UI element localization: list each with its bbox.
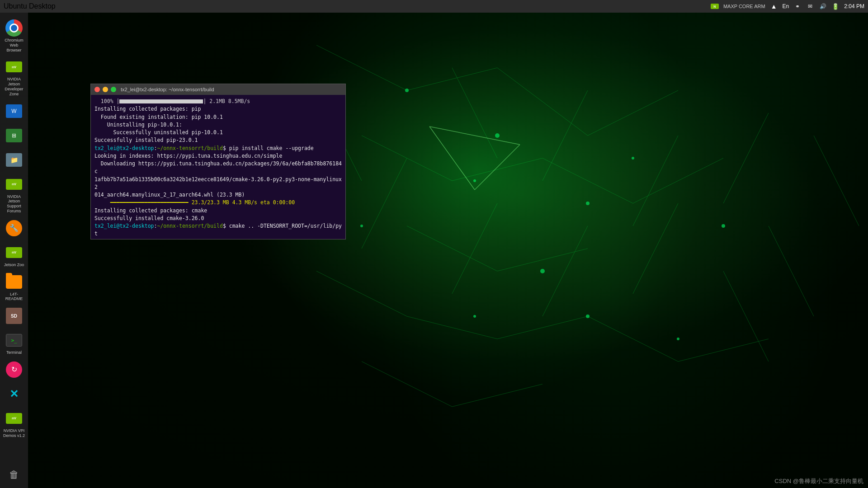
- svg-line-24: [633, 203, 678, 294]
- window-close-button[interactable]: [94, 87, 100, 92]
- svg-line-41: [475, 145, 520, 190]
- sidebar-label-l4t: L4T-README: [2, 292, 26, 302]
- sidebar-item-spreadsheet[interactable]: ⊞: [1, 125, 27, 147]
- l4t-icon: [5, 273, 23, 291]
- sidebar-item-writer[interactable]: W: [1, 100, 27, 123]
- sidebar-item-sd[interactable]: SD: [1, 305, 27, 328]
- background-neural: [0, 0, 868, 488]
- window-maximize-button[interactable]: [111, 87, 116, 92]
- svg-line-21: [362, 158, 407, 249]
- svg-line-10: [316, 271, 407, 316]
- sidebar-item-nvidia-support[interactable]: nV NVIDIA Jetson Support Forums: [1, 174, 27, 216]
- jetson-zoo-icon: nV: [5, 244, 23, 262]
- sidebar-label-nvidia-dev: NVIDIA Jetson Developer Zone: [2, 77, 26, 96]
- terminal-line-9: 014_aarch64.manylinux_2_17_aarch64.whl (…: [94, 191, 342, 199]
- svg-line-6: [542, 158, 633, 203]
- window-minimize-button[interactable]: [103, 87, 108, 92]
- terminal-line-6: Looking in indexes: https://pypi.tuna.ts…: [94, 152, 342, 160]
- clock: 2:04 PM: [844, 3, 864, 9]
- terminal-sidebar-icon: >_: [5, 331, 23, 349]
- sidebar-item-terminal[interactable]: >_ Terminal: [1, 329, 27, 357]
- svg-line-14: [678, 339, 769, 361]
- svg-point-29: [495, 133, 500, 138]
- topbar-left: Ubuntu Desktop: [4, 2, 56, 10]
- svg-line-11: [407, 316, 497, 339]
- trash-icon: 🗑: [7, 467, 21, 483]
- terminal-prompt-1: tx2_lei@tx2-desktop:~/onnx-tensorrt/buil…: [94, 145, 342, 152]
- svg-line-2: [497, 68, 588, 136]
- topbar-title: Ubuntu Desktop: [4, 2, 56, 10]
- terminal-title: tx2_lei@tx2-desktop: ~/onnx-tensorrt/bui…: [121, 87, 214, 92]
- svg-line-42: [429, 127, 475, 190]
- wifi-icon[interactable]: ▲: [770, 2, 778, 10]
- svg-line-20: [633, 136, 678, 226]
- svg-line-16: [452, 384, 542, 407]
- sd-icon: SD: [5, 307, 23, 325]
- svg-line-7: [633, 158, 723, 203]
- sidebar-item-tools[interactable]: 🔧: [1, 217, 27, 240]
- svg-line-9: [497, 249, 588, 271]
- desktop: Ubuntu Desktop N MAXP CORE ARM ▲ En ⚭ ✉ …: [0, 0, 868, 488]
- terminal-titlebar: tx2_lei@tx2-desktop: ~/onnx-tensorrt/bui…: [91, 84, 345, 95]
- svg-line-26: [723, 271, 769, 361]
- svg-line-19: [542, 90, 588, 181]
- sidebar-item-l4t[interactable]: L4T-README: [1, 271, 27, 304]
- svg-line-4: [362, 136, 452, 181]
- topbar-right: N MAXP CORE ARM ▲ En ⚭ ✉ 🔊 🔋 2:04 PM: [711, 2, 864, 10]
- nvidia-demos-icon: nV: [5, 409, 23, 427]
- svg-point-31: [586, 202, 590, 205]
- sidebar-item-nvidia-demos[interactable]: nV NVIDIA VPI Demos v1.2: [1, 408, 27, 440]
- svg-line-22: [452, 203, 497, 294]
- svg-line-12: [497, 316, 588, 339]
- tools-icon: 🔧: [5, 219, 23, 237]
- bluetooth-icon[interactable]: ⚭: [793, 2, 802, 10]
- terminal-line-3: Uninstalling pip-10.0.1:: [94, 121, 342, 129]
- terminal-line-4: Successfully uninstalled pip-10.0.1: [94, 129, 342, 136]
- terminal-line-progress: 100% || 2.1MB 8.5MB/s: [94, 98, 342, 105]
- terminal-prompt-2: tx2_lei@tx2-desktop:~/onnx-tensorrt/buil…: [94, 222, 342, 238]
- sidebar-label-terminal: Terminal: [6, 350, 22, 355]
- sidebar-item-cross[interactable]: ✕: [1, 383, 27, 406]
- terminal-line-10: Installing collected packages: cmake: [94, 207, 342, 215]
- sidebar-label-chromium: Chromium Web Browser: [2, 38, 26, 52]
- svg-point-33: [360, 225, 363, 227]
- svg-line-3: [588, 90, 678, 136]
- terminal-line-5: Successfully installed pip-23.0.1: [94, 136, 342, 144]
- terminal-line-12: hon3.6/dist-packages/tensorrt/: [94, 238, 342, 239]
- cross-sidebar-icon: ✕: [5, 385, 23, 403]
- svg-point-39: [677, 338, 679, 340]
- svg-line-5: [452, 158, 542, 181]
- sidebar-item-trash[interactable]: 🗑: [1, 465, 27, 484]
- svg-point-34: [540, 269, 545, 273]
- sidebar-item-update[interactable]: ↻: [1, 359, 27, 381]
- svg-point-30: [405, 89, 409, 92]
- terminal-line-1: Installing collected packages: pip: [94, 105, 342, 113]
- sidebar-item-files[interactable]: 📁: [1, 149, 27, 172]
- watermark: CSDN @鲁棒最小二乘支持向量机: [774, 477, 863, 485]
- svg-line-8: [407, 226, 497, 271]
- svg-point-35: [632, 157, 634, 160]
- sidebar-bottom: 🗑: [1, 465, 27, 484]
- nvidia-dev-icon: nV: [5, 58, 23, 76]
- sidebar: Chromium Web Browser nV NVIDIA Jetson De…: [0, 13, 28, 488]
- svg-line-13: [588, 316, 678, 361]
- sidebar-item-jetson-zoo[interactable]: nV Jetson Zoo: [1, 242, 27, 269]
- sidebar-label-nvidia-support: NVIDIA Jetson Support Forums: [2, 194, 26, 214]
- sidebar-item-nvidia-dev[interactable]: nV NVIDIA Jetson Developer Zone: [1, 56, 27, 98]
- language-indicator[interactable]: En: [783, 3, 789, 9]
- sidebar-label-nvidia-demos: NVIDIA VPI Demos v1.2: [2, 428, 26, 438]
- chromium-icon: [5, 19, 23, 37]
- terminal-line-8: 1afbb7b7a51a6b1335b00c6a3242b1e12eecce81…: [94, 176, 342, 192]
- mail-icon[interactable]: ✉: [806, 2, 814, 10]
- svg-line-18: [452, 68, 497, 158]
- svg-point-37: [473, 315, 476, 318]
- volume-icon[interactable]: 🔊: [819, 2, 827, 10]
- svg-line-40: [429, 127, 520, 145]
- svg-line-1: [407, 68, 497, 90]
- sidebar-item-chromium[interactable]: Chromium Web Browser: [1, 17, 27, 54]
- svg-line-28: [814, 136, 859, 226]
- battery-icon[interactable]: 🔋: [831, 2, 840, 10]
- terminal-body[interactable]: 100% || 2.1MB 8.5MB/s Installing collect…: [91, 95, 345, 239]
- svg-point-38: [586, 314, 590, 318]
- svg-line-27: [769, 226, 814, 316]
